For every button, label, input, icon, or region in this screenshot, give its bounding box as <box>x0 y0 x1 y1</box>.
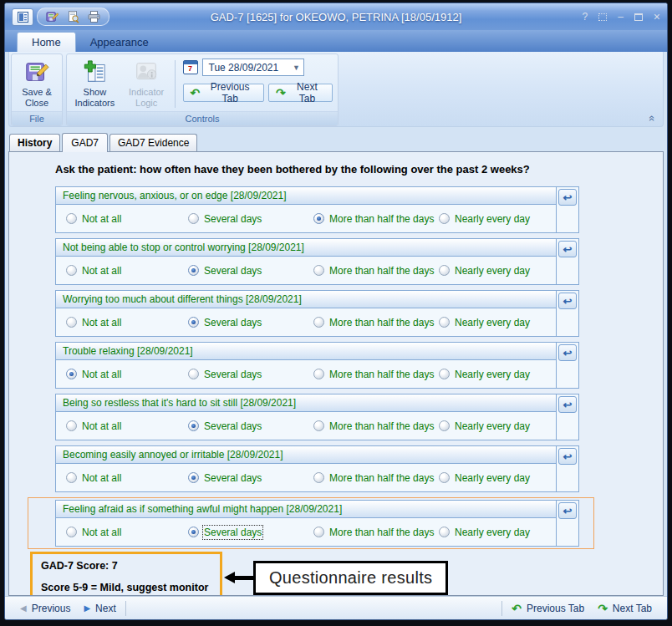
app-menu-button[interactable] <box>12 8 33 26</box>
next-button[interactable]: ▶ Next <box>77 600 122 617</box>
footer-next-tab-button[interactable]: ↷ Next Tab <box>591 600 659 617</box>
option-2[interactable]: Several days <box>188 317 313 328</box>
ribbon-tab-row: Home Appearance <box>5 30 667 52</box>
radio-button[interactable] <box>313 317 324 328</box>
show-indicators-button[interactable]: Show Indicators <box>69 57 121 111</box>
option-3[interactable]: More than half the days <box>313 472 439 484</box>
option-4[interactable]: Nearly every day <box>439 369 556 380</box>
tab-gad7-evidence[interactable]: GAD7 Evidence <box>109 134 197 151</box>
calendar-icon[interactable]: 7 <box>183 60 198 74</box>
score-box: GAD-7 Score: 7 Score 5-9 = Mild, suggest… <box>30 552 222 596</box>
collapse-ribbon-icon[interactable]: « <box>646 115 659 120</box>
option-1[interactable]: Not at all <box>66 369 188 380</box>
option-3[interactable]: More than half the days <box>313 420 439 432</box>
radio-button[interactable] <box>313 265 324 276</box>
option-2[interactable]: Several days <box>188 472 313 484</box>
option-4[interactable]: Nearly every day <box>439 317 556 328</box>
tab-gad7[interactable]: GAD7 <box>62 133 108 152</box>
footer-previous-tab-button[interactable]: ↶ Previous Tab <box>505 600 591 617</box>
radio-button[interactable] <box>66 527 77 537</box>
option-4[interactable]: Nearly every day <box>439 213 556 225</box>
option-3[interactable]: More than half the days <box>313 213 439 225</box>
radio-button[interactable] <box>313 472 324 483</box>
option-1[interactable]: Not at all <box>66 265 188 277</box>
option-4[interactable]: Nearly every day <box>439 472 556 484</box>
radio-button[interactable] <box>66 472 77 483</box>
save-close-button[interactable]: Save & Close <box>13 57 60 111</box>
radio-button[interactable] <box>439 213 450 224</box>
radio-button[interactable] <box>188 265 199 276</box>
close-icon[interactable]: × <box>654 12 660 22</box>
evidence-jump-button[interactable]: ↩ <box>558 396 577 413</box>
evidence-jump-button[interactable]: ↩ <box>558 448 577 465</box>
question-side-column: ↩ <box>557 394 578 440</box>
option-1[interactable]: Not at all <box>66 213 188 225</box>
question-options: Not at allSeveral daysMore than half the… <box>56 464 556 491</box>
radio-button[interactable] <box>188 369 199 379</box>
minimize-icon[interactable]: – <box>618 12 624 22</box>
option-1[interactable]: Not at all <box>66 420 188 432</box>
option-2[interactable]: Several days <box>188 265 313 277</box>
radio-button[interactable] <box>188 527 199 537</box>
radio-button[interactable] <box>188 472 199 483</box>
radio-button[interactable] <box>313 420 324 431</box>
radio-button[interactable] <box>66 317 77 328</box>
radio-button[interactable] <box>66 265 77 276</box>
help-icon[interactable]: ? <box>582 12 588 22</box>
question-title: Feeling nervous, anxious, or on edge [28… <box>56 187 556 205</box>
ribbon-previous-tab-button[interactable]: ↶ Previous Tab <box>183 84 265 102</box>
radio-button[interactable] <box>188 213 199 224</box>
radio-button[interactable] <box>439 317 450 328</box>
date-picker[interactable]: Tue 28/09/2021 ▼ <box>202 59 304 76</box>
evidence-jump-button[interactable]: ↩ <box>558 502 577 519</box>
tab-history[interactable]: History <box>9 134 60 151</box>
option-4[interactable]: Nearly every day <box>439 265 556 277</box>
option-3[interactable]: More than half the days <box>313 527 439 538</box>
print-preview-icon[interactable] <box>66 10 80 23</box>
evidence-jump-button[interactable]: ↩ <box>558 293 577 309</box>
evidence-jump-button[interactable]: ↩ <box>558 241 577 257</box>
tab-home[interactable]: Home <box>17 32 76 52</box>
radio-button[interactable] <box>313 369 324 379</box>
option-3[interactable]: More than half the days <box>313 265 439 277</box>
controls-group-label[interactable]: Controls <box>67 111 338 125</box>
ribbon-next-tab-button[interactable]: ↷ Next Tab <box>268 84 333 102</box>
radio-button[interactable] <box>439 472 450 483</box>
date-value: Tue 28/09/2021 <box>209 62 279 74</box>
radio-button[interactable] <box>439 420 450 431</box>
radio-button[interactable] <box>313 213 324 224</box>
option-2[interactable]: Several days <box>188 527 313 538</box>
option-2[interactable]: Several days <box>188 420 313 432</box>
option-3[interactable]: More than half the days <box>313 317 439 328</box>
radio-button[interactable] <box>188 317 199 328</box>
radio-button[interactable] <box>439 369 450 379</box>
question-title: Becoming easily annoyed or irritable [28… <box>56 446 556 464</box>
radio-button[interactable] <box>66 369 77 379</box>
file-group-label[interactable]: File <box>12 111 62 125</box>
question-title: Not being able to stop or control worryi… <box>56 239 556 257</box>
option-4[interactable]: Nearly every day <box>439 527 556 538</box>
radio-button[interactable] <box>313 527 324 537</box>
radio-button[interactable] <box>66 420 77 431</box>
option-2[interactable]: Several days <box>188 369 313 380</box>
option-1[interactable]: Not at all <box>66 317 188 328</box>
option-1[interactable]: Not at all <box>66 472 188 484</box>
radio-button[interactable] <box>66 213 77 224</box>
save-icon[interactable] <box>45 10 59 23</box>
indicator-logic-button[interactable]: Indicator Logic <box>121 57 172 111</box>
radio-button[interactable] <box>439 527 450 537</box>
option-2[interactable]: Several days <box>188 213 313 225</box>
resize-icon[interactable] <box>598 13 607 21</box>
evidence-jump-button[interactable]: ↩ <box>558 344 577 361</box>
radio-button[interactable] <box>188 420 199 431</box>
radio-button[interactable] <box>439 265 450 276</box>
option-4[interactable]: Nearly every day <box>439 420 556 432</box>
print-icon[interactable] <box>87 10 101 23</box>
evidence-jump-button[interactable]: ↩ <box>558 189 577 206</box>
tab-appearance[interactable]: Appearance <box>76 33 163 52</box>
maximize-icon[interactable] <box>634 13 643 21</box>
previous-button[interactable]: ◀ Previous <box>13 600 77 617</box>
option-3[interactable]: More than half the days <box>313 369 439 380</box>
option-1[interactable]: Not at all <box>66 527 188 538</box>
option-label: Several days <box>204 213 262 225</box>
